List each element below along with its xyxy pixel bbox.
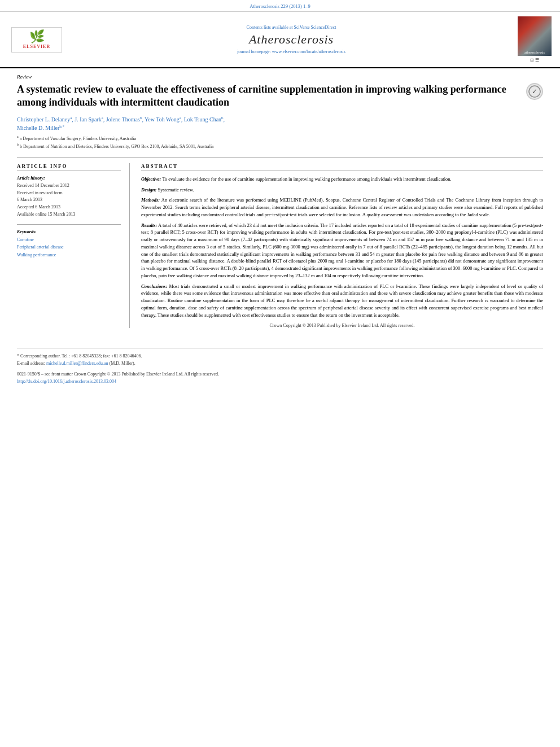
abstract-column: ABSTRACT Objective: To evaluate the evid… [141,163,543,329]
abstract-results: Results: A total of 40 articles were ret… [141,222,543,279]
abstract-methods: Methods: An electronic search of the lit… [141,196,543,218]
journal-cover: atherosclerosis ⊞ ☰ [515,16,554,63]
copyright-line: Crown Copyright © 2013 Published by Else… [141,323,543,328]
corresponding-author: * Corresponding author. Tel.: +61 8 8204… [17,353,543,360]
cover-icons: ⊞ ☰ [530,58,539,63]
publisher-logo: 🌿 ELSEVIER [6,16,68,63]
two-column-layout: ARTICLE INFO Article history: Received 1… [17,163,543,329]
footer: * Corresponding author. Tel.: +61 8 8204… [17,348,543,385]
article-history: Article history: Received 14 December 20… [17,176,121,219]
cover-image: atherosclerosis [518,16,552,56]
info-divider [17,224,121,225]
keywords-section: Keywords: Carnitine Peripheral arterial … [17,229,121,259]
article-info-column: ARTICLE INFO Article history: Received 1… [17,163,130,329]
article-info-heading: ARTICLE INFO [17,163,121,171]
abstract-objective: Objective: To evaluate the evidence for … [141,176,543,183]
revised-date: 6 March 2013 [17,196,121,204]
affiliations: a a Department of Vascular Surgery, Flin… [17,134,543,150]
divider [17,157,543,158]
elsevier-logo-box: 🌿 ELSEVIER [11,27,62,53]
elsevier-name: ELSEVIER [23,44,50,49]
revised-label: Received in revised form [17,190,121,197]
article-title-area: ✓ A systematic review to evaluate the ef… [17,83,543,110]
crossmark-badge[interactable]: ✓ [526,83,543,100]
journal-reference: Atherosclerosis 229 (2013) 1–9 [0,0,560,12]
sciverse-link: Contents lists available at SciVerse Sci… [247,25,336,30]
history-label: Article history: [17,176,121,181]
email-line: E-mail address: michelle.d.miller@flinde… [17,360,543,368]
issn-line: 0021-9150/$ – see front matter Crown Cop… [17,371,543,378]
doi-line: http://dx.doi.org/10.1016/j.atherosclero… [17,378,543,386]
keywords-label: Keywords: [17,229,121,234]
abstract-conclusions: Conclusions: Most trials demonstrated a … [141,283,543,319]
abstract-design: Design: Systematic review. [141,186,543,194]
keyword-carnitine: Carnitine [17,236,121,244]
journal-homepage: journal homepage: www.elsevier.com/locat… [237,49,345,54]
tree-icon: 🌿 [29,30,45,43]
received-date: Received 14 December 2012 [17,182,121,190]
abstract-heading: ABSTRACT [141,163,543,171]
article-title: A systematic review to evaluate the effe… [17,83,543,110]
main-content: Review ✓ A systematic review to evaluate… [0,68,560,339]
section-label: Review [17,74,543,80]
keyword-walking: Walking performance [17,251,121,259]
journal-header: 🌿 ELSEVIER Contents lists available at S… [0,12,560,68]
journal-title: Atherosclerosis [249,32,334,47]
keyword-pad: Peripheral arterial disease [17,243,121,251]
svg-text:✓: ✓ [532,88,537,95]
accepted-date: Accepted 6 March 2013 [17,204,121,211]
authors: Christopher L. Delaneya, J. Ian Sparka, … [17,115,543,133]
journal-title-area: Contents lists available at SciVerse Sci… [73,16,509,63]
available-date: Available online 15 March 2013 [17,211,121,219]
